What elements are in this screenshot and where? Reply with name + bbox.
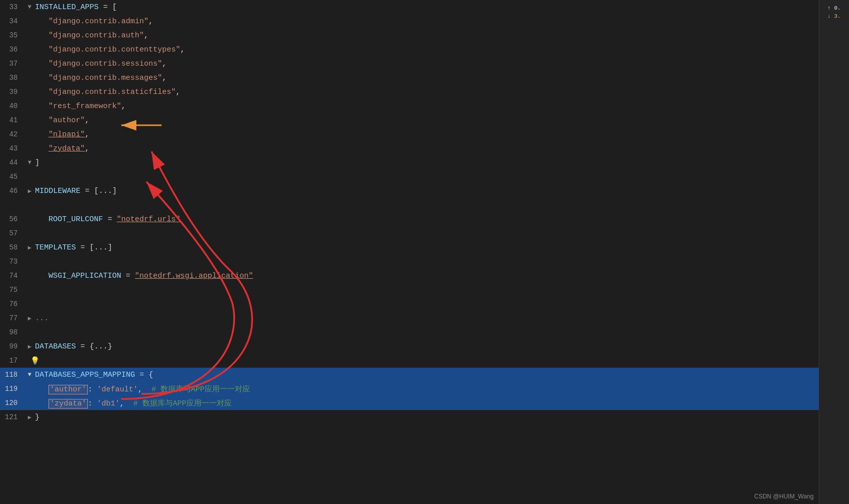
line-73: 73 [0,255,849,269]
line-76: 76 [0,297,849,311]
minimap-up: ↑ 0. [827,5,840,11]
code-editor: 33 ▼ INSTALLED_APPS = [ 34 "django.contr… [0,0,849,504]
fold-44[interactable]: ▼ [28,159,31,166]
line-45: 45 [0,170,849,184]
fold-118[interactable]: ▼ [28,371,31,378]
line-58: 58 ▶ TEMPLATES = [...] [0,240,849,255]
line-33: 33 ▼ INSTALLED_APPS = [ [0,0,849,14]
fold-33[interactable]: ▼ [28,4,31,11]
code-lines: 33 ▼ INSTALLED_APPS = [ 34 "django.contr… [0,0,849,424]
minimap-down: ↓ 3. [827,13,840,19]
line-38: 38 "django.contrib.messages", [0,71,849,85]
line-40: 40 "rest_framework", [0,99,849,113]
line-121: 121 ▶ } [0,410,849,424]
line-39: 39 "django.contrib.staticfiles", [0,85,849,99]
minimap: ↑ 0. ↓ 3. [819,0,849,504]
fold-46[interactable]: ▶ [28,187,31,195]
line-34: 34 "django.contrib.admin", [0,14,849,28]
line-56: 56 ROOT_URLCONF = "notedrf.urls" [0,212,849,226]
line-47 [0,198,849,212]
line-icon: 17 💡 [0,354,849,368]
line-75: 75 [0,283,849,297]
fold-58[interactable]: ▶ [28,244,31,251]
line-43: 43 "zydata", [0,141,849,156]
fold-99[interactable]: ▶ [28,343,31,350]
line-37: 37 "django.contrib.sessions", [0,57,849,71]
line-46: 46 ▶ MIDDLEWARE = [...] [0,184,849,198]
line-35: 35 "django.contrib.auth", [0,28,849,42]
fold-121[interactable]: ▶ [28,414,31,421]
line-119: 119 'author': 'default', # 数据库与APP应用一一对应 [0,382,849,396]
line-77: 77 ▶ ... [0,311,849,325]
line-120: 120 'zydata': 'db1', # 数据库与APP应用一一对应 [0,396,849,410]
line-57: 57 [0,226,849,240]
line-41: 41 "author", [0,113,849,127]
line-42: 42 "nlpapi", [0,127,849,141]
line-118: 118 ▼ DATABASES_APPS_MAPPING = { [0,368,849,382]
line-36: 36 "django.contrib.contenttypes", [0,42,849,57]
line-98: 98 [0,325,849,339]
watermark: CSDN @HUIM_Wang [754,493,814,500]
fold-77[interactable]: ▶ [28,315,31,322]
line-74: 74 WSGI_APPLICATION = "notedrf.wsgi.appl… [0,269,849,283]
line-99: 99 ▶ DATABASES = {...} [0,339,849,354]
line-44: 44 ▼ ] [0,156,849,170]
